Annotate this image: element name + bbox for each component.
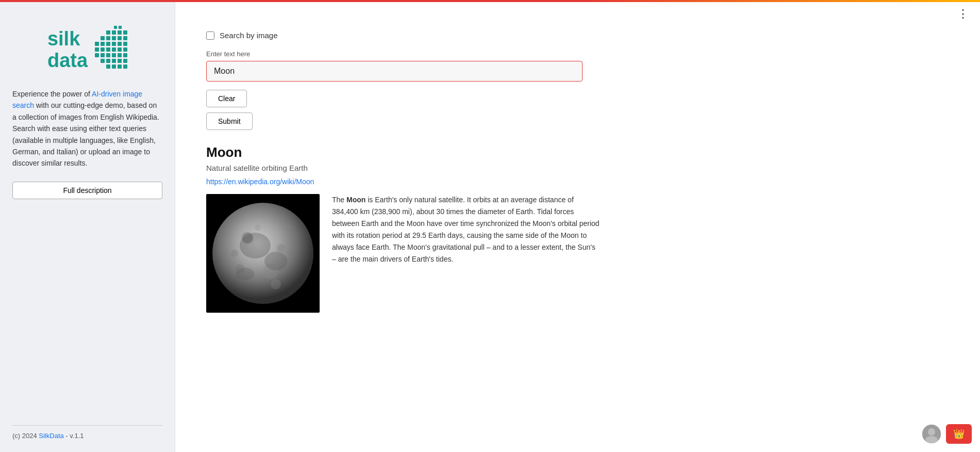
sidebar: silk data (0, 0, 175, 452)
sidebar-footer: (c) 2024 SilkData - v.1.1 (12, 425, 162, 440)
search-by-image-row: Search by image (206, 31, 959, 40)
svg-point-9 (286, 225, 291, 230)
result-title: Moon (206, 144, 959, 160)
logo-dots (95, 26, 127, 69)
three-dot-menu[interactable]: ⋮ (957, 7, 970, 21)
result-section: Moon Natural satellite orbiting Earth ht… (206, 144, 959, 313)
main-content: Search by image Enter text here Clear Su… (175, 0, 980, 452)
ai-link[interactable]: AI-driven image search (12, 90, 142, 109)
svg-point-5 (277, 244, 285, 252)
logo-text: silk data (47, 28, 88, 72)
top-accent-bar (0, 0, 980, 2)
full-description-button[interactable]: Full description (12, 182, 162, 199)
input-label: Enter text here (206, 50, 959, 58)
svg-point-14 (236, 268, 254, 280)
sidebar-description: Experience the power of AI-driven image … (12, 88, 162, 169)
search-by-image-checkbox[interactable] (206, 31, 214, 40)
avatar[interactable] (922, 425, 941, 443)
search-by-image-label[interactable]: Search by image (220, 31, 278, 40)
svg-point-8 (255, 224, 261, 231)
search-input[interactable] (206, 61, 583, 82)
silkdata-link[interactable]: SilkData (39, 432, 63, 440)
crown-button[interactable]: 👑 (946, 424, 972, 444)
result-text: The Moon is Earth's only natural satelli… (332, 194, 600, 313)
button-row: Clear Submit (206, 90, 959, 130)
result-subtitle: Natural satellite orbiting Earth (206, 164, 959, 172)
clear-button[interactable]: Clear (206, 90, 247, 107)
submit-button[interactable]: Submit (206, 112, 253, 130)
svg-point-10 (231, 250, 238, 257)
result-link[interactable]: https://en.wikipedia.org/wiki/Moon (206, 177, 959, 186)
svg-point-11 (271, 279, 281, 289)
bottom-right-controls: 👑 (922, 424, 972, 444)
result-body: The Moon is Earth's only natural satelli… (206, 194, 959, 313)
svg-point-16 (928, 428, 935, 435)
svg-point-12 (240, 233, 271, 259)
svg-point-13 (264, 252, 287, 270)
logo-area: silk data (12, 26, 162, 72)
moon-image (206, 194, 320, 313)
